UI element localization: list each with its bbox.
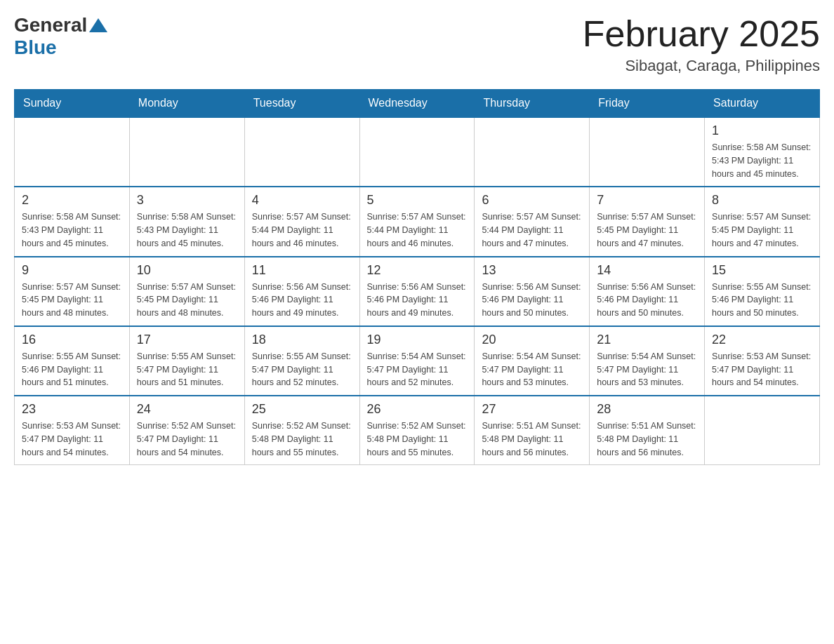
calendar-day-header: Thursday: [475, 90, 590, 118]
logo-triangle-icon: [89, 18, 107, 32]
calendar-day-cell: [15, 117, 130, 187]
calendar-table: SundayMondayTuesdayWednesdayThursdayFrid…: [14, 89, 820, 465]
calendar-week-row: 23Sunrise: 5:53 AM Sunset: 5:47 PM Dayli…: [15, 396, 820, 465]
calendar-day-cell: 17Sunrise: 5:55 AM Sunset: 5:47 PM Dayli…: [129, 326, 244, 396]
calendar-day-header: Saturday: [705, 90, 820, 118]
calendar-day-cell: 22Sunrise: 5:53 AM Sunset: 5:47 PM Dayli…: [705, 326, 820, 396]
month-title: February 2025: [583, 14, 820, 54]
page-header: General Blue February 2025 Sibagat, Cara…: [14, 14, 820, 75]
calendar-day-cell: 28Sunrise: 5:51 AM Sunset: 5:48 PM Dayli…: [590, 396, 705, 465]
calendar-day-cell: 6Sunrise: 5:57 AM Sunset: 5:44 PM Daylig…: [475, 187, 590, 256]
title-section: February 2025 Sibagat, Caraga, Philippin…: [583, 14, 820, 75]
day-number: 14: [597, 263, 697, 278]
calendar-day-cell: 18Sunrise: 5:55 AM Sunset: 5:47 PM Dayli…: [244, 326, 359, 396]
calendar-day-header: Monday: [129, 90, 244, 118]
day-number: 10: [137, 263, 237, 278]
day-info: Sunrise: 5:55 AM Sunset: 5:47 PM Dayligh…: [252, 350, 352, 389]
day-number: 20: [482, 333, 582, 347]
calendar-day-cell: 1Sunrise: 5:58 AM Sunset: 5:43 PM Daylig…: [705, 117, 820, 187]
calendar-day-cell: [359, 117, 475, 187]
calendar-day-cell: 15Sunrise: 5:55 AM Sunset: 5:46 PM Dayli…: [705, 257, 820, 326]
day-number: 8: [712, 193, 812, 208]
day-info: Sunrise: 5:54 AM Sunset: 5:47 PM Dayligh…: [597, 350, 697, 389]
calendar-day-cell: 3Sunrise: 5:58 AM Sunset: 5:43 PM Daylig…: [129, 187, 244, 256]
day-number: 3: [137, 193, 237, 208]
calendar-day-cell: [705, 396, 820, 465]
calendar-day-cell: 26Sunrise: 5:52 AM Sunset: 5:48 PM Dayli…: [359, 396, 475, 465]
day-info: Sunrise: 5:58 AM Sunset: 5:43 PM Dayligh…: [22, 210, 122, 250]
calendar-day-cell: 13Sunrise: 5:56 AM Sunset: 5:46 PM Dayli…: [475, 257, 590, 326]
calendar-day-cell: 4Sunrise: 5:57 AM Sunset: 5:44 PM Daylig…: [244, 187, 359, 256]
day-number: 1: [712, 123, 812, 138]
calendar-day-cell: 8Sunrise: 5:57 AM Sunset: 5:45 PM Daylig…: [705, 187, 820, 256]
calendar-day-cell: 10Sunrise: 5:57 AM Sunset: 5:45 PM Dayli…: [129, 257, 244, 326]
day-number: 23: [22, 402, 122, 417]
calendar-day-cell: 23Sunrise: 5:53 AM Sunset: 5:47 PM Dayli…: [15, 396, 130, 465]
calendar-header-row: SundayMondayTuesdayWednesdayThursdayFrid…: [15, 90, 820, 118]
calendar-day-header: Friday: [590, 90, 705, 118]
day-info: Sunrise: 5:52 AM Sunset: 5:48 PM Dayligh…: [252, 420, 352, 459]
calendar-day-cell: 20Sunrise: 5:54 AM Sunset: 5:47 PM Dayli…: [475, 326, 590, 396]
location-title: Sibagat, Caraga, Philippines: [583, 57, 820, 75]
day-info: Sunrise: 5:57 AM Sunset: 5:44 PM Dayligh…: [367, 210, 468, 250]
day-number: 27: [482, 402, 582, 417]
calendar-day-cell: [129, 117, 244, 187]
calendar-day-cell: 12Sunrise: 5:56 AM Sunset: 5:46 PM Dayli…: [359, 257, 475, 326]
logo-general-text: General: [14, 14, 87, 36]
day-info: Sunrise: 5:57 AM Sunset: 5:45 PM Dayligh…: [137, 281, 237, 320]
day-info: Sunrise: 5:57 AM Sunset: 5:44 PM Dayligh…: [252, 210, 352, 250]
logo: General Blue: [14, 14, 107, 59]
day-info: Sunrise: 5:57 AM Sunset: 5:45 PM Dayligh…: [712, 210, 812, 250]
day-info: Sunrise: 5:56 AM Sunset: 5:46 PM Dayligh…: [367, 281, 468, 320]
day-number: 25: [252, 402, 352, 417]
day-info: Sunrise: 5:53 AM Sunset: 5:47 PM Dayligh…: [22, 420, 122, 459]
day-number: 2: [22, 193, 122, 208]
calendar-day-cell: 24Sunrise: 5:52 AM Sunset: 5:47 PM Dayli…: [129, 396, 244, 465]
day-info: Sunrise: 5:52 AM Sunset: 5:48 PM Dayligh…: [367, 420, 468, 459]
calendar-day-cell: 14Sunrise: 5:56 AM Sunset: 5:46 PM Dayli…: [590, 257, 705, 326]
day-info: Sunrise: 5:57 AM Sunset: 5:44 PM Dayligh…: [482, 210, 582, 250]
day-info: Sunrise: 5:52 AM Sunset: 5:47 PM Dayligh…: [137, 420, 237, 459]
calendar-day-cell: 16Sunrise: 5:55 AM Sunset: 5:46 PM Dayli…: [15, 326, 130, 396]
day-number: 26: [367, 402, 468, 417]
day-number: 9: [22, 263, 122, 278]
logo-blue-text: Blue: [14, 36, 57, 59]
day-number: 24: [137, 402, 237, 417]
day-info: Sunrise: 5:58 AM Sunset: 5:43 PM Dayligh…: [712, 141, 812, 180]
calendar-day-cell: 2Sunrise: 5:58 AM Sunset: 5:43 PM Daylig…: [15, 187, 130, 256]
day-info: Sunrise: 5:58 AM Sunset: 5:43 PM Dayligh…: [137, 210, 237, 250]
calendar-day-cell: 19Sunrise: 5:54 AM Sunset: 5:47 PM Dayli…: [359, 326, 475, 396]
day-number: 17: [137, 333, 237, 347]
day-number: 13: [482, 263, 582, 278]
day-info: Sunrise: 5:57 AM Sunset: 5:45 PM Dayligh…: [597, 210, 697, 250]
calendar-day-cell: 21Sunrise: 5:54 AM Sunset: 5:47 PM Dayli…: [590, 326, 705, 396]
day-number: 21: [597, 333, 697, 347]
calendar-day-header: Tuesday: [244, 90, 359, 118]
day-number: 4: [252, 193, 352, 208]
calendar-day-cell: 5Sunrise: 5:57 AM Sunset: 5:44 PM Daylig…: [359, 187, 475, 256]
day-number: 11: [252, 263, 352, 278]
day-info: Sunrise: 5:54 AM Sunset: 5:47 PM Dayligh…: [482, 350, 582, 389]
day-number: 22: [712, 333, 812, 347]
calendar-day-cell: 11Sunrise: 5:56 AM Sunset: 5:46 PM Dayli…: [244, 257, 359, 326]
day-number: 7: [597, 193, 697, 208]
day-info: Sunrise: 5:55 AM Sunset: 5:47 PM Dayligh…: [137, 350, 237, 389]
calendar-week-row: 9Sunrise: 5:57 AM Sunset: 5:45 PM Daylig…: [15, 257, 820, 326]
calendar-week-row: 1Sunrise: 5:58 AM Sunset: 5:43 PM Daylig…: [15, 117, 820, 187]
calendar-day-cell: 7Sunrise: 5:57 AM Sunset: 5:45 PM Daylig…: [590, 187, 705, 256]
day-info: Sunrise: 5:56 AM Sunset: 5:46 PM Dayligh…: [597, 281, 697, 320]
calendar-day-cell: [475, 117, 590, 187]
calendar-day-cell: 25Sunrise: 5:52 AM Sunset: 5:48 PM Dayli…: [244, 396, 359, 465]
day-info: Sunrise: 5:51 AM Sunset: 5:48 PM Dayligh…: [482, 420, 582, 459]
day-number: 6: [482, 193, 582, 208]
calendar-day-cell: [244, 117, 359, 187]
calendar-week-row: 16Sunrise: 5:55 AM Sunset: 5:46 PM Dayli…: [15, 326, 820, 396]
day-info: Sunrise: 5:55 AM Sunset: 5:46 PM Dayligh…: [712, 281, 812, 320]
calendar-day-header: Sunday: [15, 90, 130, 118]
day-info: Sunrise: 5:54 AM Sunset: 5:47 PM Dayligh…: [367, 350, 468, 389]
day-info: Sunrise: 5:53 AM Sunset: 5:47 PM Dayligh…: [712, 350, 812, 389]
day-info: Sunrise: 5:51 AM Sunset: 5:48 PM Dayligh…: [597, 420, 697, 459]
calendar-day-cell: 9Sunrise: 5:57 AM Sunset: 5:45 PM Daylig…: [15, 257, 130, 326]
day-info: Sunrise: 5:57 AM Sunset: 5:45 PM Dayligh…: [22, 281, 122, 320]
day-info: Sunrise: 5:56 AM Sunset: 5:46 PM Dayligh…: [252, 281, 352, 320]
